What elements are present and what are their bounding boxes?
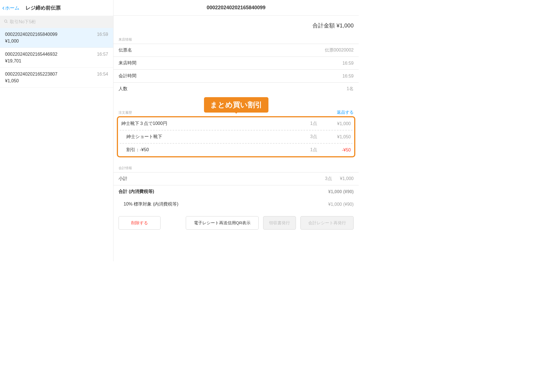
order-box: 紳士靴下３点で1000円1点¥1,000紳士ショート靴下3点¥1,050割引：-… xyxy=(117,116,355,157)
tx-time: 16:59 xyxy=(97,32,108,37)
slip-name-key: 伝票名 xyxy=(119,47,132,53)
home-label: ホーム xyxy=(5,5,19,11)
visit-section-label: 来店情報 xyxy=(113,37,359,44)
tx-id: 000220240202165223807 xyxy=(5,72,108,77)
search-field[interactable] xyxy=(10,19,109,24)
order-name: 紳士ショート靴下 xyxy=(121,134,298,140)
order-row: 紳士ショート靴下3点¥1,050 xyxy=(120,130,353,143)
return-link[interactable]: 返品する xyxy=(337,110,354,115)
total-value: ¥1,000 xyxy=(337,22,354,29)
order-amount: ¥1,000 xyxy=(317,121,351,126)
receipt-issue-button: 領収書発行 xyxy=(263,216,296,230)
back-home-button[interactable]: ‹ ホーム xyxy=(2,4,19,11)
left-pane-title: レジ締め前伝票 xyxy=(25,4,61,11)
subtotal-val: ¥1,000 xyxy=(340,176,354,181)
tx-id: 000220240202165840099 xyxy=(5,32,108,37)
pay-time-val: 16:59 xyxy=(342,74,354,79)
order-qty: 1点 xyxy=(298,121,317,127)
qr-resend-button[interactable]: 電子レシート再送信用QR表示 xyxy=(186,216,259,230)
order-amount: -¥50 xyxy=(317,148,351,153)
visit-time-key: 来店時間 xyxy=(119,60,136,66)
headcount-key: 人数 xyxy=(119,86,127,92)
order-name: 紳士靴下３点で1000円 xyxy=(121,121,298,127)
bundle-discount-callout: まとめ買い割引 xyxy=(204,97,268,113)
taxrow-key: 10% 標準対象 (内消費税等) xyxy=(119,201,178,207)
headcount-val: 1名 xyxy=(347,86,354,92)
transaction-row[interactable]: 000220240202165446932¥19,70116:57 xyxy=(0,48,113,68)
chevron-left-icon: ‹ xyxy=(2,4,4,11)
receipt-reprint-button: 会計レシート再発行 xyxy=(300,216,354,230)
order-qty: 1点 xyxy=(298,147,317,153)
order-amount: ¥1,050 xyxy=(317,134,351,139)
order-qty: 3点 xyxy=(298,134,317,140)
grand-total: 合計金額 ¥1,000 xyxy=(113,16,359,37)
transaction-row[interactable]: 000220240202165840099¥1,00016:59 xyxy=(0,28,113,48)
order-name: 割引：-¥50 xyxy=(121,147,298,153)
detail-header-title: 000220240202165840099 xyxy=(113,0,359,16)
total-label: 合計金額 xyxy=(312,22,335,29)
visit-time-val: 16:59 xyxy=(342,61,354,66)
total-key: 合計 (内消費税等) xyxy=(119,189,154,195)
delete-button[interactable]: 削除する xyxy=(119,216,161,230)
svg-point-0 xyxy=(4,20,7,22)
tx-id: 000220240202165446932 xyxy=(5,52,108,57)
search-input[interactable] xyxy=(0,16,113,28)
slip-name-val: 伝票00020002 xyxy=(325,47,354,53)
subtotal-key: 小計 xyxy=(119,176,127,182)
tx-amount: ¥1,000 xyxy=(5,39,108,44)
transaction-row[interactable]: 000220240202165223807¥1,05016:54 xyxy=(0,68,113,88)
transaction-list: 000220240202165840099¥1,00016:5900022024… xyxy=(0,28,113,261)
taxrow-val: ¥1,000 (¥90) xyxy=(328,202,354,207)
subtotal-qty: 3点 xyxy=(325,176,332,181)
total-val: ¥1,000 (¥90) xyxy=(328,189,354,194)
order-row: 割引：-¥501点-¥50 xyxy=(120,143,353,156)
tx-time: 16:54 xyxy=(97,72,108,77)
tx-amount: ¥19,701 xyxy=(5,59,108,64)
pay-time-key: 会計時間 xyxy=(119,73,136,79)
tx-time: 16:57 xyxy=(97,52,108,57)
search-icon xyxy=(4,19,8,25)
tx-amount: ¥1,050 xyxy=(5,78,108,83)
svg-line-1 xyxy=(6,22,7,23)
order-row: 紳士靴下３点で1000円1点¥1,000 xyxy=(120,117,353,130)
acct-section-label: 会計情報 xyxy=(113,166,359,172)
